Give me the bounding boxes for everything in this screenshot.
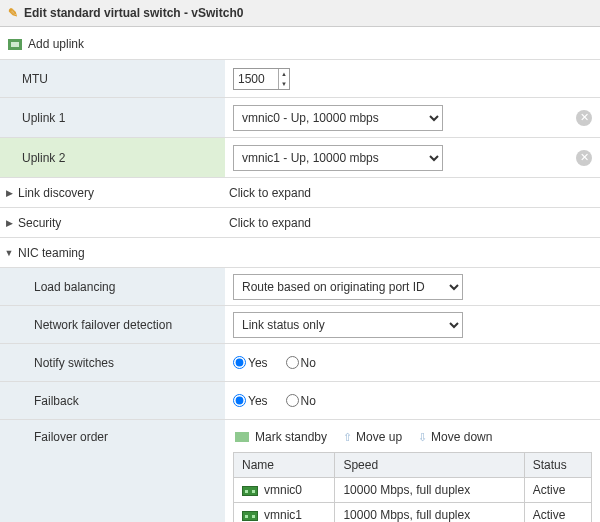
- move-up-icon: ⇧: [343, 431, 352, 444]
- nic-teaming-row[interactable]: ▼ NIC teaming: [0, 238, 600, 268]
- uplink1-select[interactable]: vmnic0 - Up, 10000 mbps: [233, 105, 443, 131]
- dialog-header: ✎ Edit standard virtual switch - vSwitch…: [0, 0, 600, 27]
- mtu-input[interactable]: [234, 69, 278, 89]
- chevron-right-icon: ▶: [4, 218, 14, 228]
- notify-no-radio[interactable]: No: [286, 356, 316, 370]
- chevron-right-icon: ▶: [4, 188, 14, 198]
- load-balancing-label: Load balancing: [0, 268, 225, 305]
- uplink2-remove-button[interactable]: ✕: [576, 150, 592, 166]
- failover-order-row: Failover order Mark standby ⇧ Move up ⇩ …: [0, 420, 600, 522]
- uplink2-select[interactable]: vmnic1 - Up, 10000 mbps: [233, 145, 443, 171]
- failover-detection-row: Network failover detection Link status o…: [0, 306, 600, 344]
- uplink2-row: Uplink 2 vmnic1 - Up, 10000 mbps ✕: [0, 138, 600, 178]
- uplink2-label: Uplink 2: [0, 138, 225, 177]
- failover-toolbar: Mark standby ⇧ Move up ⇩ Move down: [233, 426, 592, 452]
- failover-order-label: Failover order: [0, 420, 225, 522]
- failback-no-radio[interactable]: No: [286, 394, 316, 408]
- move-down-button[interactable]: ⇩ Move down: [418, 430, 492, 444]
- col-speed[interactable]: Speed: [335, 453, 524, 478]
- chevron-down-icon: ▼: [4, 248, 14, 258]
- security-row[interactable]: ▶ Security Click to expand: [0, 208, 600, 238]
- failover-detection-label: Network failover detection: [0, 306, 225, 343]
- mark-standby-button[interactable]: Mark standby: [235, 430, 327, 444]
- mtu-row: MTU ▲▼: [0, 60, 600, 98]
- uplink-icon: [8, 39, 22, 50]
- notify-yes-radio[interactable]: Yes: [233, 356, 268, 370]
- mtu-spinner-buttons[interactable]: ▲▼: [278, 69, 289, 89]
- add-uplink-label: Add uplink: [28, 37, 84, 51]
- mtu-label: MTU: [0, 60, 225, 97]
- mark-standby-icon: [235, 432, 249, 442]
- table-row[interactable]: vmnic1 10000 Mbps, full duplex Active: [234, 503, 592, 523]
- edit-icon: ✎: [8, 6, 18, 20]
- move-up-button[interactable]: ⇧ Move up: [343, 430, 402, 444]
- uplink1-remove-button[interactable]: ✕: [576, 110, 592, 126]
- nic-icon: [242, 511, 258, 521]
- uplink1-row: Uplink 1 vmnic0 - Up, 10000 mbps ✕: [0, 98, 600, 138]
- uplink1-label: Uplink 1: [0, 98, 225, 137]
- load-balancing-row: Load balancing Route based on originatin…: [0, 268, 600, 306]
- link-discovery-row[interactable]: ▶ Link discovery Click to expand: [0, 178, 600, 208]
- col-name[interactable]: Name: [234, 453, 335, 478]
- failover-order-table: Name Speed Status vmnic0 10000 Mbps, ful…: [233, 452, 592, 522]
- dialog-title: Edit standard virtual switch - vSwitch0: [24, 6, 243, 20]
- nic-icon: [242, 486, 258, 496]
- col-status[interactable]: Status: [524, 453, 591, 478]
- link-discovery-value: Click to expand: [225, 186, 600, 200]
- notify-switches-row: Notify switches Yes No: [0, 344, 600, 382]
- failback-row: Failback Yes No: [0, 382, 600, 420]
- mtu-stepper[interactable]: ▲▼: [233, 68, 290, 90]
- nic-teaming-label: NIC teaming: [18, 246, 85, 260]
- link-discovery-label: Link discovery: [18, 186, 94, 200]
- load-balancing-select[interactable]: Route based on originating port ID: [233, 274, 463, 300]
- add-uplink-button[interactable]: Add uplink: [0, 27, 600, 60]
- failback-yes-radio[interactable]: Yes: [233, 394, 268, 408]
- table-row[interactable]: vmnic0 10000 Mbps, full duplex Active: [234, 478, 592, 503]
- notify-switches-label: Notify switches: [0, 344, 225, 381]
- failover-detection-select[interactable]: Link status only: [233, 312, 463, 338]
- failback-label: Failback: [0, 382, 225, 419]
- security-label: Security: [18, 216, 61, 230]
- security-value: Click to expand: [225, 216, 600, 230]
- move-down-icon: ⇩: [418, 431, 427, 444]
